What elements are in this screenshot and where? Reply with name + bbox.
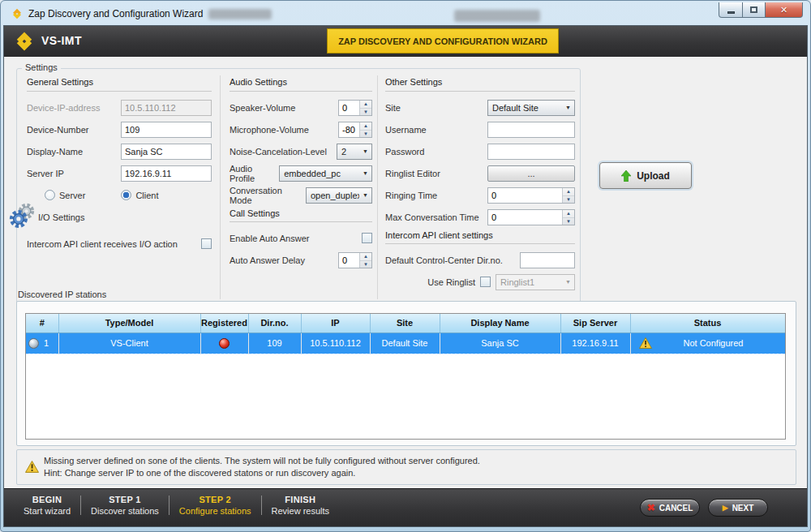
row-status-cell[interactable]: Not Configured: [630, 332, 785, 354]
spinner-arrows-icon[interactable]: ▲▼: [359, 101, 371, 115]
row-sip-server-cell[interactable]: 192.16.9.11: [560, 332, 630, 354]
conversation-mode-label: Conversation Mode: [230, 186, 306, 205]
control-center-dirno-field[interactable]: [520, 252, 575, 268]
conversation-mode-select[interactable]: open_duplex▼: [306, 187, 372, 204]
password-field[interactable]: [487, 144, 575, 160]
device-ip-field: [121, 100, 212, 116]
chevron-down-icon: ▼: [359, 148, 371, 154]
row-num: 1: [44, 338, 49, 348]
app-logo-icon: [11, 7, 24, 20]
cancel-button[interactable]: ✖CANCEL: [640, 499, 700, 517]
row-site-cell[interactable]: Default Site: [370, 332, 440, 354]
step-begin[interactable]: BEGIN Start wizard: [14, 495, 80, 516]
spinner-arrows-icon[interactable]: ▲▼: [562, 188, 574, 203]
use-ringlist-checkbox[interactable]: [480, 277, 491, 287]
column-header-type-model[interactable]: Type/Model: [58, 314, 200, 332]
column-header-sip-server[interactable]: Sip Server: [560, 314, 630, 332]
spinner-arrows-icon[interactable]: ▲▼: [562, 210, 574, 225]
intercom-api-checkbox[interactable]: [201, 238, 212, 249]
display-name-field[interactable]: [121, 144, 212, 160]
server-radio-label: Server: [59, 191, 85, 200]
speaker-volume-stepper[interactable]: ▲▼: [338, 100, 372, 116]
row-display-name-cell[interactable]: Sanja SC: [440, 332, 560, 354]
column-header-dirno[interactable]: Dir.no.: [248, 314, 301, 332]
redacted-text: [454, 10, 540, 22]
max-conversation-time-label: Max Conversation Time: [385, 212, 479, 222]
device-number-field[interactable]: [121, 122, 212, 138]
server-ip-label: Server IP: [27, 169, 64, 178]
enable-auto-answer-checkbox[interactable]: [362, 233, 372, 243]
step-1-discover[interactable]: STEP 1 Discover stations: [81, 495, 169, 516]
column-header-site[interactable]: Site: [370, 314, 440, 332]
column-header-status[interactable]: Status: [630, 314, 785, 332]
brand-logo-icon: [12, 29, 36, 54]
titlebar[interactable]: Zap Discovery and Configuration Wizard ✕: [3, 2, 808, 25]
server-ip-field[interactable]: [121, 165, 212, 182]
audio-profile-label: Audio Profile: [230, 164, 279, 183]
other-settings-panel: Other Settings Site Default Site▼ Userna…: [385, 77, 575, 320]
row-type-model-cell[interactable]: VS-Client: [58, 332, 200, 354]
brand-name: VS-IMT: [41, 34, 82, 47]
server-radio-circle[interactable]: [45, 190, 55, 200]
ringlist-editor-button[interactable]: ...: [487, 165, 575, 182]
audio-profile-select[interactable]: embedded_pc▼: [279, 165, 372, 182]
other-settings-title: Other Settings: [385, 77, 575, 92]
maximize-button[interactable]: [743, 2, 766, 18]
wizard-steps: BEGIN Start wizard STEP 1 Discover stati…: [14, 495, 339, 516]
ringing-time-field[interactable]: [488, 188, 562, 203]
column-header-display-name[interactable]: Display Name: [440, 314, 560, 332]
client-radio-circle[interactable]: [121, 190, 131, 200]
column-header-num[interactable]: #: [26, 314, 58, 332]
status-badge: Not Configured: [659, 338, 785, 348]
upload-button-label: Upload: [637, 170, 670, 182]
warning-line2: Hint: Change server IP to one of the dis…: [44, 467, 480, 479]
auto-answer-delay-field[interactable]: [339, 253, 359, 268]
speaker-volume-field[interactable]: [339, 101, 359, 115]
wizard-footer: BEGIN Start wizard STEP 1 Discover stati…: [4, 488, 807, 526]
auto-answer-delay-stepper[interactable]: ▲▼: [338, 252, 372, 268]
minimize-button[interactable]: [719, 2, 743, 18]
max-conversation-time-stepper[interactable]: ▲▼: [487, 209, 575, 225]
password-label: Password: [385, 147, 424, 157]
server-radio[interactable]: Server: [45, 190, 85, 200]
table-row[interactable]: 1 VS-Client 109 10.5.110.112 Default Sit…: [26, 332, 785, 354]
table-header-row: # Type/Model Registered Dir.no. IP Site …: [26, 314, 785, 332]
panel-divider: [377, 75, 378, 299]
noise-cancelation-label: Noise-Cancelation-Level: [230, 147, 327, 157]
next-button[interactable]: ▶NEXT: [708, 499, 768, 517]
warning-line1: Missing server defined on sone of the cl…: [44, 455, 480, 467]
cancel-x-icon: ✖: [647, 502, 655, 513]
cancel-button-label: CANCEL: [659, 504, 693, 513]
microphone-volume-stepper[interactable]: ▲▼: [338, 122, 372, 138]
warning-panel: Missing server defined on sone of the cl…: [16, 449, 796, 485]
display-name-label: Display-Name: [27, 147, 83, 157]
row-registered-cell[interactable]: [200, 332, 248, 354]
noise-cancelation-select[interactable]: 2▼: [337, 144, 372, 160]
step-2-configure[interactable]: STEP 2 Configure stations: [169, 495, 261, 516]
close-button[interactable]: ✕: [766, 2, 803, 18]
warning-text: Missing server defined on sone of the cl…: [44, 455, 480, 479]
io-settings-label[interactable]: I/O Settings: [38, 212, 84, 222]
max-conversation-time-field[interactable]: [488, 210, 562, 225]
step-finish[interactable]: FINISH Review results: [262, 495, 340, 516]
row-dirno-cell[interactable]: 109: [248, 332, 301, 354]
ringlist-select: Ringlist1▼: [496, 274, 575, 290]
audio-settings-title: Audio Settings: [230, 77, 372, 92]
client-radio[interactable]: Client: [121, 190, 158, 200]
spinner-arrows-icon[interactable]: ▲▼: [359, 122, 371, 137]
microphone-volume-field[interactable]: [339, 122, 359, 137]
spinner-arrows-icon[interactable]: ▲▼: [359, 253, 371, 268]
column-header-registered[interactable]: Registered: [200, 314, 248, 332]
column-header-ip[interactable]: IP: [301, 314, 370, 332]
minimize-icon: [727, 11, 735, 14]
username-field[interactable]: [487, 122, 575, 138]
row-ip-cell[interactable]: 10.5.110.112: [301, 332, 370, 354]
ringing-time-stepper[interactable]: ▲▼: [487, 187, 575, 204]
row-num-cell[interactable]: 1: [26, 332, 58, 354]
ringing-time-label: Ringing Time: [385, 191, 437, 200]
chevron-down-icon: ▼: [562, 105, 574, 110]
chevron-down-icon: ▼: [359, 170, 371, 176]
settings-group-label: Settings: [22, 62, 61, 72]
upload-button[interactable]: Upload: [599, 162, 692, 189]
site-select[interactable]: Default Site▼: [487, 100, 575, 116]
